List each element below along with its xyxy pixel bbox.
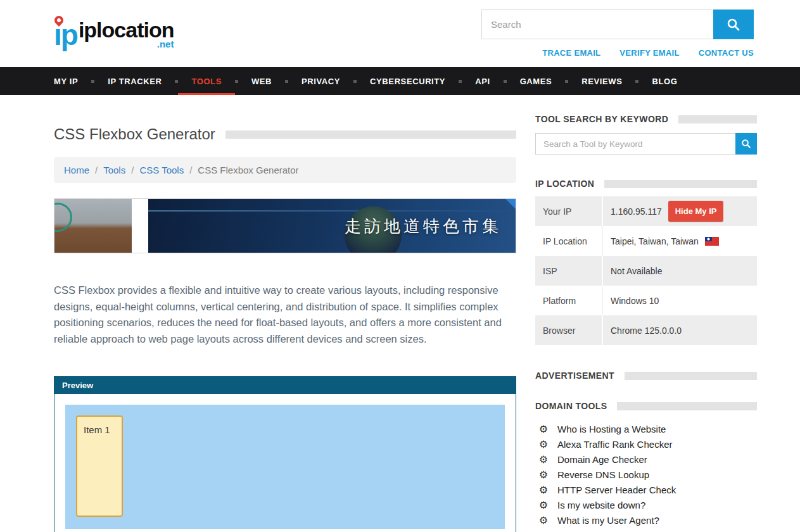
nav-item-web[interactable]: WEB (238, 67, 285, 95)
breadcrumb-separator: / (95, 165, 98, 175)
hide-my-ip-button[interactable]: Hide My IP (668, 201, 724, 222)
trace-email-link[interactable]: TRACE EMAIL (542, 48, 600, 58)
breadcrumb-css-tools-link[interactable]: CSS Tools (139, 165, 184, 175)
site-logo[interactable]: ıp iplocation .net (54, 19, 174, 49)
ip-location-heading: IP LOCATION (535, 179, 594, 189)
search-button[interactable] (713, 10, 754, 39)
gear-icon (538, 499, 549, 511)
flexbox-preview-container: Item 1 (65, 405, 505, 529)
header-links: TRACE EMAIL VERIFY EMAIL CONTACT US (542, 48, 754, 58)
heading-decoration-bar (678, 115, 757, 124)
ad-left-image (54, 199, 132, 253)
preview-panel-header: Preview (54, 377, 516, 394)
domain-tools-heading: DOMAIN TOOLS (535, 401, 607, 411)
row-label: Browser (535, 315, 603, 345)
domain-tool-link[interactable]: Reverse DNS Lookup (557, 469, 649, 480)
ad-light-streak (148, 210, 516, 212)
gear-icon (538, 469, 549, 481)
flex-item-1[interactable]: Item 1 (76, 415, 123, 517)
tool-description: CSS Flexbox provides a flexible and intu… (54, 282, 516, 347)
table-row-isp: ISP Not Available (535, 256, 757, 286)
domain-tool-link[interactable]: HTTP Server Header Check (557, 484, 676, 495)
tool-search (535, 133, 757, 155)
gear-icon (538, 484, 549, 496)
row-value: Windows 10 (603, 286, 757, 315)
row-value: 1.160.95.117 Hide My IP (603, 196, 757, 226)
nav-item-cybersecurity[interactable]: CYBERSECURITY (357, 67, 459, 95)
list-item[interactable]: Reverse DNS Lookup (535, 467, 757, 482)
heading-decoration-bar (625, 372, 757, 380)
domain-tool-link[interactable]: Domain Age Checker (557, 454, 647, 465)
your-ip-value: 1.160.95.117 (611, 206, 662, 217)
breadcrumb-tools-link[interactable]: Tools (103, 165, 125, 175)
logo-wordmark: iplocation .net (79, 19, 174, 49)
page-title-row: CSS Flexbox Generator (54, 125, 516, 143)
nav-item-blog[interactable]: BLOG (638, 67, 690, 95)
list-item[interactable]: Is my website down? (535, 497, 757, 512)
domain-tool-link[interactable]: Who is Hosting a Website (557, 424, 666, 434)
verify-email-link[interactable]: VERIFY EMAIL (619, 48, 679, 58)
ip-location-heading-row: IP LOCATION (535, 179, 757, 189)
main-column: CSS Flexbox Generator Home / Tools / CSS… (54, 114, 516, 532)
table-row-your-ip: Your IP 1.160.95.117 Hide My IP (535, 196, 757, 226)
contact-us-link[interactable]: CONTACT US (699, 48, 754, 58)
breadcrumb-home-link[interactable]: Home (64, 165, 89, 175)
list-item[interactable]: HTTP Server Header Check (535, 482, 757, 497)
nav-item-api[interactable]: API (462, 67, 503, 95)
row-value: Taipei, Taiwan, Taiwan (603, 226, 757, 256)
list-item[interactable]: Alexa Traffic Rank Checker (535, 436, 757, 452)
gear-icon (538, 438, 549, 450)
tool-search-button[interactable] (735, 133, 757, 155)
ad-banner[interactable]: 走訪地道特色市集 (54, 198, 516, 253)
breadcrumb-separator: / (131, 165, 134, 175)
preview-panel: Preview Item 1 (54, 376, 516, 532)
row-label: IP Location (535, 226, 603, 256)
main-nav: MY IP IP TRACKER TOOLS WEB PRIVACY CYBER… (0, 67, 800, 95)
search-input[interactable] (481, 10, 713, 39)
gear-icon (538, 423, 549, 435)
tool-search-input[interactable] (535, 133, 735, 155)
ad-ring-graphic (54, 203, 72, 232)
site-search (481, 10, 754, 39)
ad-main-image: 走訪地道特色市集 (148, 199, 516, 253)
advertisement-heading-row: ADVERTISEMENT (535, 370, 757, 381)
table-row-platform: Platform Windows 10 (535, 286, 757, 315)
domain-tool-link[interactable]: What is my User Agent? (557, 515, 659, 526)
row-label: Your IP (535, 196, 603, 226)
header-right: TRACE EMAIL VERIFY EMAIL CONTACT US (481, 10, 754, 58)
row-label: ISP (535, 256, 603, 286)
top-header: ıp iplocation .net TRACE EMAIL VERIFY EM… (0, 0, 800, 67)
table-row-ip-location: IP Location Taipei, Taiwan, Taiwan (535, 226, 757, 256)
heading-decoration-bar (604, 180, 757, 188)
nav-item-ip-tracker[interactable]: IP TRACKER (94, 67, 175, 95)
list-item[interactable]: Domain Age Checker (535, 452, 757, 467)
list-item[interactable]: Who is Hosting a Website (535, 421, 757, 436)
ad-choices-icon[interactable] (505, 199, 516, 209)
nav-item-privacy[interactable]: PRIVACY (288, 67, 353, 95)
taiwan-flag-icon (705, 237, 719, 246)
domain-tools-list: Who is Hosting a Website Alexa Traffic R… (535, 421, 757, 528)
content-area: CSS Flexbox Generator Home / Tools / CSS… (0, 95, 800, 532)
page-title: CSS Flexbox Generator (54, 125, 215, 143)
nav-item-my-ip[interactable]: MY IP (41, 67, 91, 95)
nav-item-games[interactable]: GAMES (507, 67, 566, 95)
location-pin-icon (53, 14, 65, 27)
domain-tool-link[interactable]: Alexa Traffic Rank Checker (557, 439, 672, 450)
logo-pin-mark: ıp (54, 22, 77, 48)
breadcrumb: Home / Tools / CSS Tools / CSS Flexbox G… (54, 157, 516, 183)
ad-headline: 走訪地道特色市集 (345, 215, 502, 237)
logo-word-text: iplocation (79, 18, 174, 42)
row-label: Platform (535, 286, 603, 315)
gear-icon (538, 453, 549, 466)
sidebar: TOOL SEARCH BY KEYWORD IP LOCATION Your … (535, 114, 757, 532)
row-value: Chrome 125.0.0.0 (603, 315, 757, 345)
nav-item-tools[interactable]: TOOLS (178, 67, 235, 95)
nav-item-reviews[interactable]: REVIEWS (568, 67, 635, 95)
heading-decoration-bar (617, 402, 757, 410)
advertisement-heading: ADVERTISEMENT (535, 370, 614, 381)
ad-gap (132, 199, 148, 253)
gear-icon (538, 514, 549, 526)
list-item[interactable]: What is my User Agent? (535, 512, 757, 528)
breadcrumb-current: CSS Flexbox Generator (198, 165, 298, 175)
domain-tool-link[interactable]: Is my website down? (557, 500, 645, 510)
